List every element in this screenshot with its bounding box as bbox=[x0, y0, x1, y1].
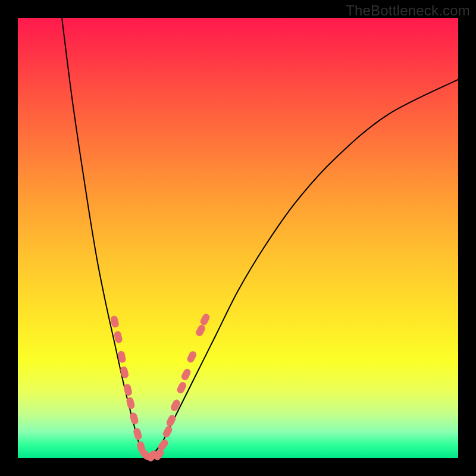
marker-group bbox=[110, 312, 211, 463]
data-marker bbox=[176, 381, 187, 394]
data-marker bbox=[120, 366, 129, 379]
data-marker bbox=[162, 425, 174, 439]
data-marker bbox=[180, 368, 192, 381]
plot-area bbox=[18, 18, 458, 458]
curve-right-branch bbox=[150, 80, 458, 458]
data-marker bbox=[186, 350, 198, 364]
data-marker bbox=[170, 399, 181, 412]
data-marker bbox=[133, 427, 143, 441]
watermark-text: TheBottleneck.com bbox=[346, 2, 470, 19]
data-marker bbox=[199, 312, 211, 326]
chart-svg bbox=[18, 18, 458, 458]
data-marker bbox=[114, 330, 123, 343]
data-marker bbox=[195, 324, 206, 337]
chart-frame: TheBottleneck.com bbox=[0, 0, 476, 476]
curve-left-branch bbox=[62, 18, 150, 458]
